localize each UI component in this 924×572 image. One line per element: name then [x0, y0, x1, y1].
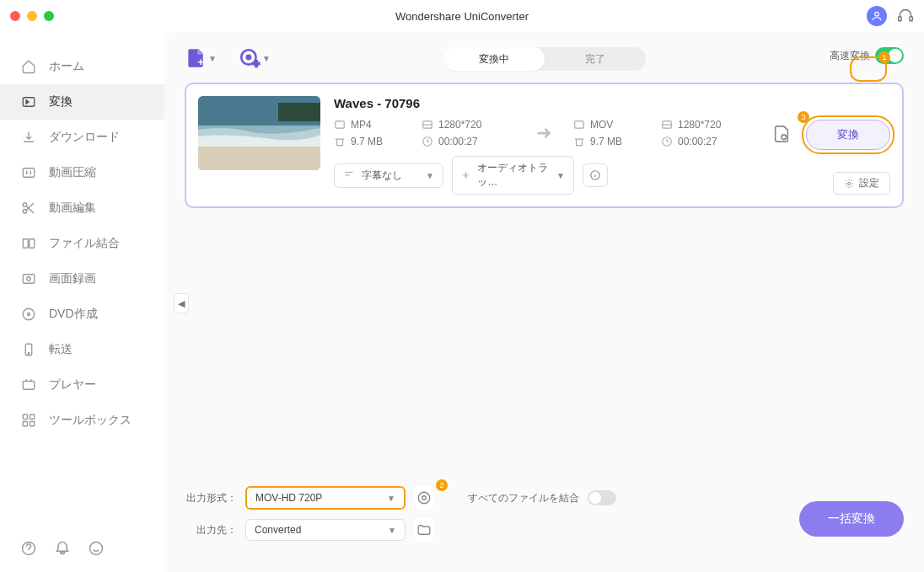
- src-resolution: 1280*720: [422, 119, 514, 131]
- dst-size: 9.7 MB: [573, 136, 646, 147]
- file-settings-icon[interactable]: [767, 120, 796, 148]
- svg-point-21: [90, 543, 103, 555]
- main-panel: + ▼ + ▼ 変換中 完了 高速変換 1: [164, 32, 924, 572]
- sidebar-item-download[interactable]: ダウンロード: [0, 120, 164, 155]
- dst-resolution: 1280*720: [661, 119, 754, 131]
- svg-rect-2: [910, 17, 912, 21]
- download-icon: [20, 129, 37, 146]
- sidebar-item-label: ファイル結合: [49, 236, 120, 251]
- sidebar-item-label: プレヤー: [49, 377, 96, 393]
- sidebar-item-label: ダウンロード: [49, 130, 120, 145]
- chevron-down-icon: ▼: [208, 54, 217, 63]
- sidebar-item-label: 変換: [49, 94, 73, 110]
- add-file-button[interactable]: + ▼: [185, 47, 217, 69]
- svg-point-39: [422, 496, 427, 500]
- svg-point-14: [28, 353, 30, 355]
- compress-icon: [20, 164, 37, 181]
- dst-format: MOV: [573, 119, 646, 131]
- svg-rect-4: [23, 168, 35, 178]
- player-icon: [20, 377, 37, 393]
- toolbox-icon: [20, 412, 37, 429]
- tab-done[interactable]: 完了: [545, 47, 646, 71]
- svg-point-6: [23, 210, 27, 214]
- settings-button[interactable]: 設定: [833, 172, 890, 195]
- home-icon: [20, 58, 37, 75]
- sidebar-item-label: ホーム: [49, 59, 84, 74]
- record-icon: [20, 270, 37, 287]
- sidebar-item-dvd[interactable]: DVD作成: [0, 297, 164, 332]
- video-thumbnail[interactable]: [198, 96, 320, 170]
- svg-point-40: [418, 492, 430, 504]
- dvd-icon: [20, 306, 37, 323]
- svg-point-11: [23, 308, 35, 320]
- svg-rect-18: [23, 422, 27, 426]
- sidebar-item-edit[interactable]: 動画編集: [0, 190, 164, 226]
- chevron-down-icon: ▼: [262, 54, 271, 63]
- sidebar-item-compress[interactable]: 動画圧縮: [0, 155, 164, 190]
- svg-rect-33: [575, 121, 584, 128]
- sidebar-item-record[interactable]: 画面録画: [0, 261, 164, 297]
- output-format-label: 出力形式：: [185, 491, 237, 505]
- sidebar: ホーム 変換 ダウンロード 動画圧縮 動画編集 ファイル結合 画面録画 DVD: [0, 32, 164, 572]
- tab-converting[interactable]: 変換中: [443, 47, 545, 71]
- svg-rect-29: [278, 103, 320, 121]
- support-icon[interactable]: [897, 8, 914, 24]
- help-icon[interactable]: [20, 540, 37, 557]
- src-duration: 00:00:27: [422, 136, 514, 147]
- batch-convert-button[interactable]: 一括変換: [799, 501, 904, 537]
- svg-point-37: [782, 135, 787, 140]
- svg-point-0: [875, 12, 879, 16]
- sidebar-item-player[interactable]: プレヤー: [0, 367, 164, 403]
- svg-rect-8: [30, 239, 35, 249]
- svg-rect-15: [23, 382, 35, 390]
- format-settings-icon[interactable]: [414, 486, 434, 510]
- minimize-window[interactable]: [27, 11, 37, 21]
- sidebar-item-label: 動画圧縮: [49, 165, 96, 180]
- sidebar-item-toolbox[interactable]: ツールボックス: [0, 403, 164, 438]
- svg-point-24: [247, 56, 250, 59]
- maximize-window[interactable]: [44, 11, 54, 21]
- svg-rect-7: [23, 239, 28, 249]
- fast-convert-label: 高速変換: [830, 49, 870, 63]
- svg-text:+: +: [197, 56, 204, 68]
- close-window[interactable]: [10, 11, 20, 21]
- output-format-select[interactable]: MOV-HD 720P▼: [245, 486, 406, 510]
- svg-rect-17: [30, 414, 35, 419]
- sidebar-item-convert[interactable]: 変換: [0, 84, 164, 120]
- file-title: Waves - 70796: [334, 96, 754, 110]
- add-disc-button[interactable]: + ▼: [239, 47, 271, 69]
- subtitle-select[interactable]: 字幕なし▼: [334, 163, 443, 188]
- sidebar-item-merge[interactable]: ファイル結合: [0, 226, 164, 261]
- sidebar-collapse[interactable]: ◀: [174, 293, 189, 313]
- svg-rect-9: [23, 275, 35, 284]
- info-button[interactable]: [583, 163, 608, 187]
- src-format: MP4: [334, 119, 406, 131]
- merge-label: すべてのファイルを結合: [468, 491, 579, 505]
- arrow-right-icon: ➜: [536, 122, 551, 144]
- fast-convert-toggle[interactable]: [875, 47, 904, 64]
- status-tabs: 変換中 完了: [443, 47, 646, 71]
- svg-rect-30: [336, 121, 345, 128]
- merge-icon: [20, 235, 37, 252]
- sidebar-item-label: 転送: [49, 342, 73, 357]
- svg-point-10: [27, 277, 31, 281]
- sidebar-item-home[interactable]: ホーム: [0, 49, 164, 84]
- src-size: 9.7 MB: [334, 136, 406, 147]
- audio-track-select[interactable]: オーディオトラッ…▼: [452, 156, 574, 195]
- open-folder-icon[interactable]: [414, 518, 434, 542]
- convert-button[interactable]: 変換: [806, 120, 890, 150]
- svg-rect-19: [30, 422, 35, 426]
- sidebar-item-transfer[interactable]: 転送: [0, 332, 164, 367]
- user-avatar[interactable]: [867, 6, 887, 26]
- bell-icon[interactable]: [54, 540, 71, 557]
- merge-toggle[interactable]: [588, 490, 616, 505]
- app-title: Wondershare UniConverter: [395, 10, 529, 23]
- svg-text:+: +: [253, 57, 260, 69]
- face-icon[interactable]: [88, 540, 105, 557]
- svg-point-5: [23, 203, 27, 207]
- file-card: Waves - 70796 MP4 1280*720 9.7 MB 00:00:…: [185, 83, 904, 208]
- output-dest-select[interactable]: Converted▼: [245, 519, 406, 541]
- sidebar-item-label: DVD作成: [49, 307, 98, 322]
- convert-icon: [20, 94, 37, 110]
- highlight-badge-2: 2: [436, 479, 448, 491]
